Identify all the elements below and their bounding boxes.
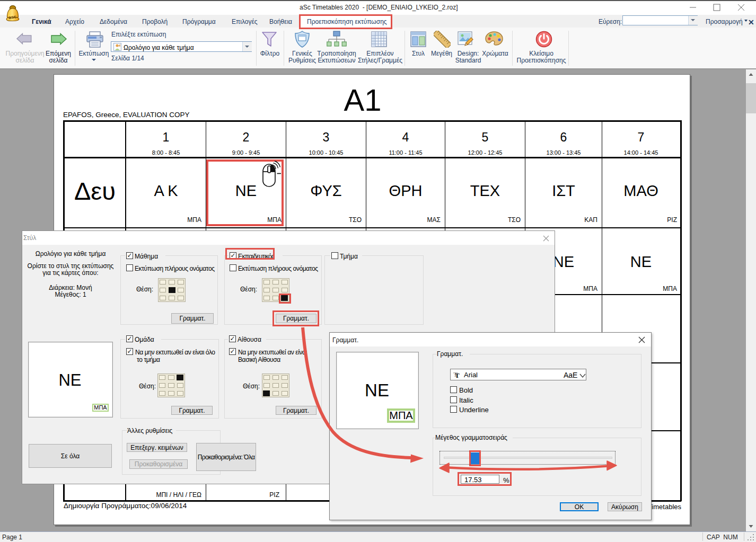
svg-text:asc: asc: [8, 14, 16, 20]
